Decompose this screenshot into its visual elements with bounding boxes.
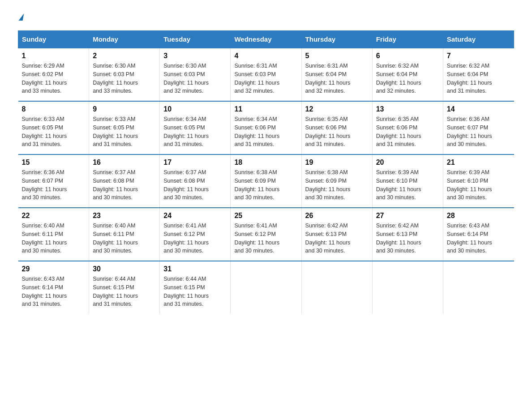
page-header — [18, 13, 514, 21]
calendar-cell: 11 Sunrise: 6:34 AM Sunset: 6:06 PM Dayl… — [231, 101, 301, 154]
day-info: Sunrise: 6:38 AM Sunset: 6:09 PM Dayligh… — [234, 168, 297, 202]
column-header-thursday: Thursday — [301, 31, 372, 48]
day-number: 10 — [163, 105, 227, 113]
logo-triangle-icon — [19, 13, 24, 21]
calendar-week-row: 15 Sunrise: 6:36 AM Sunset: 6:07 PM Dayl… — [18, 154, 514, 208]
day-number: 1 — [22, 52, 86, 60]
day-info: Sunrise: 6:44 AM Sunset: 6:15 PM Dayligh… — [93, 275, 156, 308]
calendar-table: SundayMondayTuesdayWednesdayThursdayFrid… — [18, 30, 514, 314]
calendar-week-row: 29 Sunrise: 6:43 AM Sunset: 6:14 PM Dayl… — [18, 261, 514, 314]
calendar-header-row: SundayMondayTuesdayWednesdayThursdayFrid… — [18, 31, 514, 48]
calendar-cell: 25 Sunrise: 6:41 AM Sunset: 6:12 PM Dayl… — [231, 208, 301, 261]
calendar-cell — [443, 261, 514, 314]
calendar-cell: 16 Sunrise: 6:37 AM Sunset: 6:08 PM Dayl… — [89, 154, 160, 208]
calendar-week-row: 22 Sunrise: 6:40 AM Sunset: 6:11 PM Dayl… — [18, 208, 514, 261]
column-header-tuesday: Tuesday — [160, 31, 231, 48]
calendar-cell: 12 Sunrise: 6:35 AM Sunset: 6:06 PM Dayl… — [301, 101, 372, 154]
calendar-cell: 24 Sunrise: 6:41 AM Sunset: 6:12 PM Dayl… — [160, 208, 231, 261]
day-info: Sunrise: 6:39 AM Sunset: 6:10 PM Dayligh… — [447, 168, 511, 202]
day-number: 17 — [163, 158, 227, 167]
calendar-cell: 23 Sunrise: 6:40 AM Sunset: 6:11 PM Dayl… — [89, 208, 160, 261]
calendar-cell: 4 Sunrise: 6:31 AM Sunset: 6:03 PM Dayli… — [231, 48, 301, 101]
day-number: 8 — [22, 105, 86, 113]
day-number: 18 — [234, 158, 297, 167]
day-info: Sunrise: 6:43 AM Sunset: 6:14 PM Dayligh… — [22, 275, 86, 308]
day-number: 31 — [163, 265, 227, 273]
column-header-monday: Monday — [89, 31, 160, 48]
day-info: Sunrise: 6:42 AM Sunset: 6:13 PM Dayligh… — [305, 222, 369, 255]
day-number: 11 — [234, 105, 297, 113]
day-info: Sunrise: 6:34 AM Sunset: 6:05 PM Dayligh… — [163, 115, 227, 149]
day-number: 25 — [234, 212, 297, 220]
calendar-cell: 26 Sunrise: 6:42 AM Sunset: 6:13 PM Dayl… — [301, 208, 372, 261]
day-number: 9 — [93, 105, 156, 113]
day-info: Sunrise: 6:35 AM Sunset: 6:06 PM Dayligh… — [376, 115, 439, 149]
calendar-cell: 17 Sunrise: 6:37 AM Sunset: 6:08 PM Dayl… — [160, 154, 231, 208]
day-number: 24 — [163, 212, 227, 220]
column-header-friday: Friday — [372, 31, 443, 48]
day-number: 19 — [305, 158, 369, 167]
calendar-week-row: 8 Sunrise: 6:33 AM Sunset: 6:05 PM Dayli… — [18, 101, 514, 154]
calendar-cell: 30 Sunrise: 6:44 AM Sunset: 6:15 PM Dayl… — [89, 261, 160, 314]
day-number: 2 — [93, 52, 156, 60]
day-number: 21 — [447, 158, 511, 167]
calendar-cell: 7 Sunrise: 6:32 AM Sunset: 6:04 PM Dayli… — [443, 48, 514, 101]
day-number: 20 — [376, 158, 439, 167]
day-number: 22 — [22, 212, 86, 220]
day-info: Sunrise: 6:30 AM Sunset: 6:03 PM Dayligh… — [93, 62, 156, 95]
day-info: Sunrise: 6:39 AM Sunset: 6:10 PM Dayligh… — [376, 168, 439, 202]
calendar-cell: 20 Sunrise: 6:39 AM Sunset: 6:10 PM Dayl… — [372, 154, 443, 208]
day-info: Sunrise: 6:34 AM Sunset: 6:06 PM Dayligh… — [234, 115, 297, 149]
calendar-week-row: 1 Sunrise: 6:29 AM Sunset: 6:02 PM Dayli… — [18, 48, 514, 101]
day-number: 6 — [376, 52, 439, 60]
day-info: Sunrise: 6:29 AM Sunset: 6:02 PM Dayligh… — [22, 62, 86, 95]
day-number: 12 — [305, 105, 369, 113]
day-number: 3 — [163, 52, 227, 60]
calendar-cell: 9 Sunrise: 6:33 AM Sunset: 6:05 PM Dayli… — [89, 101, 160, 154]
calendar-cell: 5 Sunrise: 6:31 AM Sunset: 6:04 PM Dayli… — [301, 48, 372, 101]
column-header-saturday: Saturday — [443, 31, 514, 48]
day-info: Sunrise: 6:40 AM Sunset: 6:11 PM Dayligh… — [22, 222, 86, 255]
calendar-cell: 6 Sunrise: 6:32 AM Sunset: 6:04 PM Dayli… — [372, 48, 443, 101]
calendar-cell: 3 Sunrise: 6:30 AM Sunset: 6:03 PM Dayli… — [160, 48, 231, 101]
day-info: Sunrise: 6:44 AM Sunset: 6:15 PM Dayligh… — [163, 275, 227, 308]
calendar-cell: 2 Sunrise: 6:30 AM Sunset: 6:03 PM Dayli… — [89, 48, 160, 101]
calendar-cell — [301, 261, 372, 314]
day-number: 7 — [447, 52, 511, 60]
day-number: 16 — [93, 158, 156, 167]
calendar-cell: 14 Sunrise: 6:36 AM Sunset: 6:07 PM Dayl… — [443, 101, 514, 154]
day-info: Sunrise: 6:37 AM Sunset: 6:08 PM Dayligh… — [93, 168, 156, 202]
day-number: 26 — [305, 212, 369, 220]
logo — [18, 13, 23, 21]
day-info: Sunrise: 6:41 AM Sunset: 6:12 PM Dayligh… — [163, 222, 227, 255]
day-number: 28 — [447, 212, 511, 220]
calendar-cell — [372, 261, 443, 314]
day-info: Sunrise: 6:35 AM Sunset: 6:06 PM Dayligh… — [305, 115, 369, 149]
calendar-cell: 27 Sunrise: 6:42 AM Sunset: 6:13 PM Dayl… — [372, 208, 443, 261]
calendar-cell: 31 Sunrise: 6:44 AM Sunset: 6:15 PM Dayl… — [160, 261, 231, 314]
calendar-cell: 15 Sunrise: 6:36 AM Sunset: 6:07 PM Dayl… — [18, 154, 89, 208]
calendar-cell: 13 Sunrise: 6:35 AM Sunset: 6:06 PM Dayl… — [372, 101, 443, 154]
day-number: 29 — [22, 265, 86, 273]
calendar-cell: 10 Sunrise: 6:34 AM Sunset: 6:05 PM Dayl… — [160, 101, 231, 154]
day-info: Sunrise: 6:41 AM Sunset: 6:12 PM Dayligh… — [234, 222, 297, 255]
calendar-cell: 28 Sunrise: 6:43 AM Sunset: 6:14 PM Dayl… — [443, 208, 514, 261]
column-header-wednesday: Wednesday — [231, 31, 301, 48]
day-info: Sunrise: 6:31 AM Sunset: 6:04 PM Dayligh… — [305, 62, 369, 95]
day-info: Sunrise: 6:31 AM Sunset: 6:03 PM Dayligh… — [234, 62, 297, 95]
calendar-cell: 21 Sunrise: 6:39 AM Sunset: 6:10 PM Dayl… — [443, 154, 514, 208]
calendar-cell: 22 Sunrise: 6:40 AM Sunset: 6:11 PM Dayl… — [18, 208, 89, 261]
day-info: Sunrise: 6:32 AM Sunset: 6:04 PM Dayligh… — [376, 62, 439, 95]
day-number: 15 — [22, 158, 86, 167]
day-info: Sunrise: 6:32 AM Sunset: 6:04 PM Dayligh… — [447, 62, 511, 95]
day-number: 13 — [376, 105, 439, 113]
calendar-cell: 1 Sunrise: 6:29 AM Sunset: 6:02 PM Dayli… — [18, 48, 89, 101]
day-info: Sunrise: 6:42 AM Sunset: 6:13 PM Dayligh… — [376, 222, 439, 255]
day-info: Sunrise: 6:30 AM Sunset: 6:03 PM Dayligh… — [163, 62, 227, 95]
calendar-cell: 18 Sunrise: 6:38 AM Sunset: 6:09 PM Dayl… — [231, 154, 301, 208]
day-info: Sunrise: 6:33 AM Sunset: 6:05 PM Dayligh… — [22, 115, 86, 149]
logo-line1 — [18, 13, 23, 21]
day-number: 4 — [234, 52, 297, 60]
day-info: Sunrise: 6:43 AM Sunset: 6:14 PM Dayligh… — [447, 222, 511, 255]
day-info: Sunrise: 6:38 AM Sunset: 6:09 PM Dayligh… — [305, 168, 369, 202]
